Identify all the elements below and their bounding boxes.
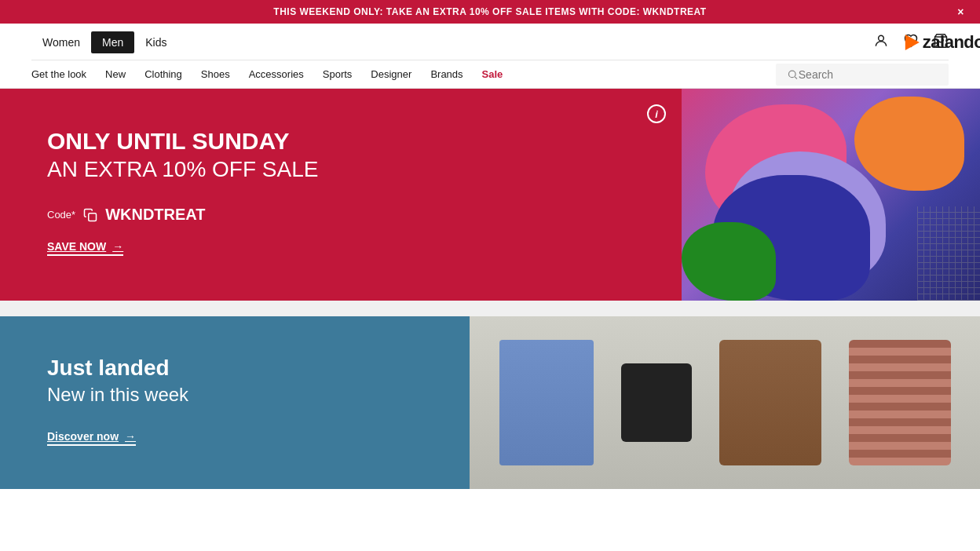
nav-link-sports[interactable]: Sports (323, 60, 353, 88)
svg-rect-3 (89, 213, 97, 221)
nav-link-shoes[interactable]: Shoes (201, 60, 230, 88)
section-spacer (0, 301, 980, 316)
account-icon[interactable] (873, 33, 889, 53)
svg-point-2 (788, 71, 795, 78)
just-landed-content: Just landed New in this week Discover no… (0, 316, 470, 489)
grid-pattern (917, 206, 980, 301)
save-now-button[interactable]: SAVE NOW → (47, 240, 123, 256)
logo-play-icon (905, 35, 920, 50)
clothing-item-boots (621, 363, 692, 442)
search-input[interactable] (799, 68, 938, 81)
svg-point-0 (879, 35, 884, 41)
tab-women[interactable]: Women (31, 31, 91, 53)
nav-bar: Get the look New Clothing Shoes Accessor… (31, 60, 949, 88)
hero-title: ONLY UNTIL SUNDAY (47, 128, 634, 154)
nav-tabs: Women Men Kids (31, 31, 177, 53)
just-landed-image (470, 316, 980, 489)
info-icon[interactable]: i (647, 104, 666, 123)
code-label: Code* (47, 209, 75, 221)
hero-code-row: Code* WKNDTREAT (47, 206, 634, 224)
nav-link-designer[interactable]: Designer (371, 60, 411, 88)
logo-text: zalando (923, 32, 980, 53)
nav-link-new[interactable]: New (105, 60, 126, 88)
clothing-item-shirt (849, 340, 951, 465)
hero-image (682, 89, 980, 301)
hero-content: ONLY UNTIL SUNDAY AN EXTRA 10% OFF SALE … (0, 89, 682, 301)
nav-bar-links: Get the look New Clothing Shoes Accessor… (31, 60, 503, 88)
tab-men[interactable]: Men (91, 31, 134, 53)
nav-link-brands[interactable]: Brands (430, 60, 463, 88)
clothing-item-jacket (719, 340, 821, 465)
nav-link-clothing[interactable]: Clothing (144, 60, 182, 88)
top-banner-text: THIS WEEKEND ONLY: TAKE AN EXTRA 10% OFF… (273, 6, 706, 17)
discover-now-button[interactable]: Discover now → (47, 430, 136, 446)
hero-banner: ONLY UNTIL SUNDAY AN EXTRA 10% OFF SALE … (0, 89, 980, 301)
top-banner: THIS WEEKEND ONLY: TAKE AN EXTRA 10% OFF… (0, 0, 980, 24)
close-icon[interactable]: × (957, 5, 964, 18)
promo-code: WKNDTREAT (105, 206, 205, 224)
clothing-display (470, 316, 980, 489)
just-landed-subtitle: New in this week (47, 384, 422, 406)
logo[interactable]: zalando (905, 32, 980, 53)
header: Women Men Kids zalando (0, 24, 980, 89)
just-landed-title: Just landed (47, 356, 422, 381)
nav-search (776, 64, 949, 86)
blob-orange (854, 97, 964, 191)
blob-green (682, 222, 776, 301)
tab-kids[interactable]: Kids (134, 31, 177, 53)
just-landed-section: Just landed New in this week Discover no… (0, 316, 980, 489)
hero-subtitle: AN EXTRA 10% OFF SALE (47, 157, 634, 182)
nav-link-get-the-look[interactable]: Get the look (31, 60, 86, 88)
search-icon (787, 68, 799, 81)
clothing-item-jeans (499, 340, 594, 465)
nav-link-accessories[interactable]: Accessories (249, 60, 304, 88)
nav-link-sale[interactable]: Sale (482, 60, 503, 88)
copy-icon[interactable] (83, 208, 97, 222)
